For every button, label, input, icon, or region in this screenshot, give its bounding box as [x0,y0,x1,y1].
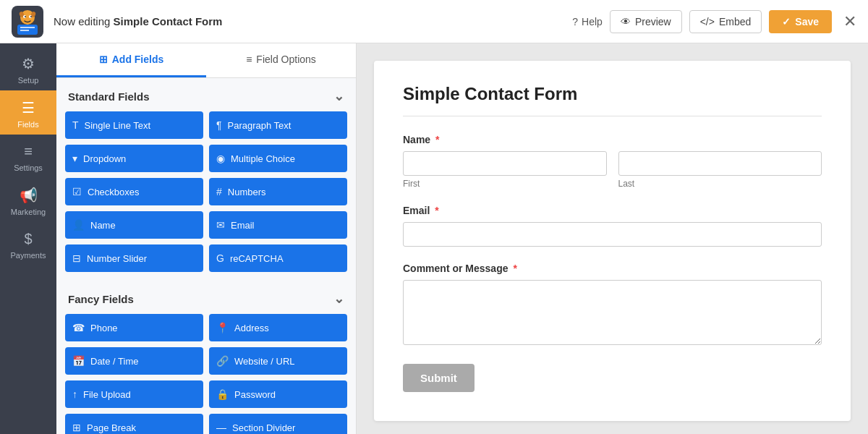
numbers-icon: # [216,186,222,197]
fancy-fields-label: Fancy Fields [68,293,134,305]
form-canvas: Simple Contact Form Name * First Last [357,43,868,434]
field-btn-numbers[interactable]: # Numbers [209,178,347,205]
field-btn-website-url[interactable]: 🔗 Website / URL [209,347,347,375]
fancy-fields-chevron[interactable]: ⌄ [333,291,344,307]
name-last-label: Last [618,179,822,189]
embed-button[interactable]: </> Embed [689,10,762,33]
phone-icon: ☎ [72,322,85,333]
sidebar-label-marketing: Marketing [11,208,46,216]
main-content: ⚙ Setup ☰ Fields ≡ Settings 📢 Marketing … [0,43,868,434]
header-title: Now editing Simple Contact Form [54,15,572,27]
paragraph-text-icon: ¶ [216,119,222,131]
form-card: Simple Contact Form Name * First Last [374,61,851,421]
name-first-label: First [403,179,607,189]
field-btn-label: Page Break [87,422,136,433]
comment-textarea[interactable] [403,280,822,345]
multiple-choice-icon: ◉ [216,153,225,164]
field-btn-page-break[interactable]: ⊞ Page Break [65,414,203,434]
field-btn-phone[interactable]: ☎ Phone [65,314,203,341]
eye-icon: 👁 [621,16,631,27]
field-btn-recaptcha[interactable]: G reCAPTCHA [209,244,347,272]
submit-button[interactable]: Submit [403,364,475,392]
field-btn-label: Multiple Choice [231,153,295,164]
app-logo [12,6,43,38]
field-btn-address[interactable]: 📍 Address [209,314,347,341]
standard-fields-grid: T Single Line Text ¶ Paragraph Text ▾ Dr… [56,111,356,281]
name-row: First Last [403,151,822,189]
svg-point-6 [25,16,26,17]
section-divider-icon: — [216,422,226,433]
form-field-email: Email * [403,205,822,247]
page-break-icon: ⊞ [72,422,81,433]
sidebar-item-settings[interactable]: ≡ Settings [0,135,56,178]
sidebar-label-settings: Settings [14,163,43,172]
website-url-icon: 🔗 [216,355,229,367]
checkboxes-icon: ☑ [72,186,82,197]
sidebar-item-setup[interactable]: ⚙ Setup [0,46,56,90]
tab-field-options[interactable]: ≡ Field Options [206,43,356,77]
field-btn-label: Date / Time [90,356,138,367]
sidebar-label-fields: Fields [17,120,38,129]
field-btn-date-time[interactable]: 📅 Date / Time [65,347,203,375]
field-btn-number-slider[interactable]: ⊟ Number Slider [65,244,203,272]
name-icon: 👤 [72,219,85,231]
sidebar-item-fields[interactable]: ☰ Fields [0,90,56,135]
email-input[interactable] [403,222,822,247]
form-field-name: Name * First Last [403,134,822,189]
field-btn-label: Name [90,220,116,231]
field-btn-file-upload[interactable]: ↑ File Upload [65,380,203,408]
field-btn-label: Website / URL [234,356,295,367]
field-btn-paragraph-text[interactable]: ¶ Paragraph Text [209,111,347,139]
field-btn-name[interactable]: 👤 Name [65,211,203,239]
add-fields-icon: ⊞ [99,54,108,65]
field-btn-multiple-choice[interactable]: ◉ Multiple Choice [209,145,347,172]
field-btn-label: Address [234,323,269,333]
name-first-input[interactable] [403,151,607,176]
svg-point-7 [30,16,32,17]
field-btn-dropdown[interactable]: ▾ Dropdown [65,145,203,172]
name-last-col: Last [618,151,822,189]
header-actions: ? Help 👁 Preview </> Embed ✓ Save ✕ [572,10,856,33]
tab-add-fields[interactable]: ⊞ Add Fields [56,43,206,77]
code-icon: </> [700,16,715,27]
address-icon: 📍 [216,322,229,333]
field-btn-label: Section Divider [232,422,295,433]
field-btn-label: Single Line Text [85,120,151,131]
app-header: Now editing Simple Contact Form ? Help 👁… [0,0,868,43]
field-btn-label: Email [231,220,255,231]
standard-fields-chevron[interactable]: ⌄ [333,88,344,104]
close-button[interactable]: ✕ [843,12,856,31]
payments-icon: $ [24,231,32,247]
fields-panel: ⊞ Add Fields ≡ Field Options Standard Fi… [56,43,357,434]
standard-fields-label: Standard Fields [68,90,150,103]
field-btn-label: Password [234,389,276,400]
date-time-icon: 📅 [72,355,85,367]
field-btn-label: Number Slider [87,253,147,264]
name-first-col: First [403,151,607,189]
sidebar-item-payments[interactable]: $ Payments [0,222,56,265]
field-btn-label: Paragraph Text [228,120,292,131]
email-field-label: Email * [403,205,822,216]
name-last-input[interactable] [618,151,822,176]
marketing-icon: 📢 [20,187,38,204]
field-btn-email[interactable]: ✉ Email [209,211,347,239]
field-btn-single-line-text[interactable]: T Single Line Text [65,111,203,139]
form-title: Simple Contact Form [403,84,822,116]
field-btn-checkboxes[interactable]: ☑ Checkboxes [65,178,203,205]
recaptcha-icon: G [216,252,224,264]
sidebar-item-marketing[interactable]: 📢 Marketing [0,178,56,222]
help-icon: ? [572,16,578,27]
comment-field-label: Comment or Message * [403,263,822,274]
fields-icon: ☰ [22,99,35,116]
preview-button[interactable]: 👁 Preview [610,10,682,33]
fancy-fields-grid: ☎ Phone 📍 Address 📅 Date / Time 🔗 Websit… [56,314,356,434]
field-btn-label: Phone [90,323,118,333]
form-field-comment: Comment or Message * [403,263,822,348]
field-btn-section-divider[interactable]: — Section Divider [209,414,347,434]
email-required-asterisk: * [435,205,438,216]
save-button[interactable]: ✓ Save [769,10,832,33]
sidebar: ⚙ Setup ☰ Fields ≡ Settings 📢 Marketing … [0,43,56,434]
field-btn-password[interactable]: 🔒 Password [209,380,347,408]
panel-tabs: ⊞ Add Fields ≡ Field Options [56,43,356,78]
help-button[interactable]: ? Help [572,16,603,27]
